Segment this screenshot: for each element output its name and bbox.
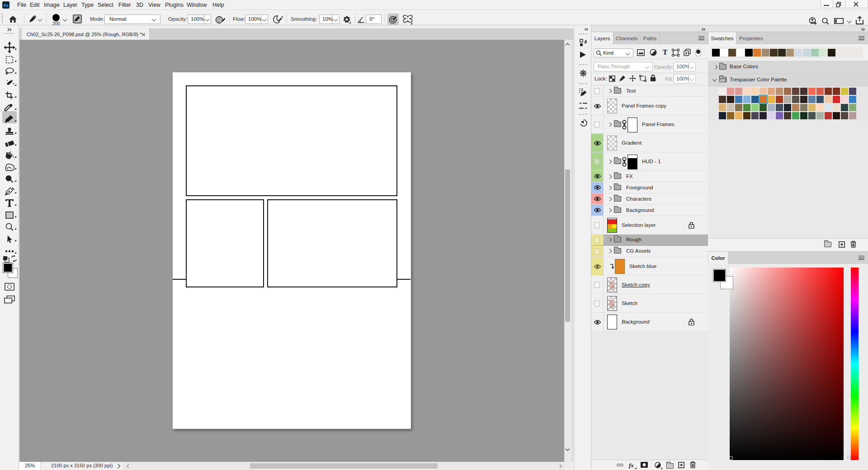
- svg-text:Ps: Ps: [3, 3, 8, 8]
